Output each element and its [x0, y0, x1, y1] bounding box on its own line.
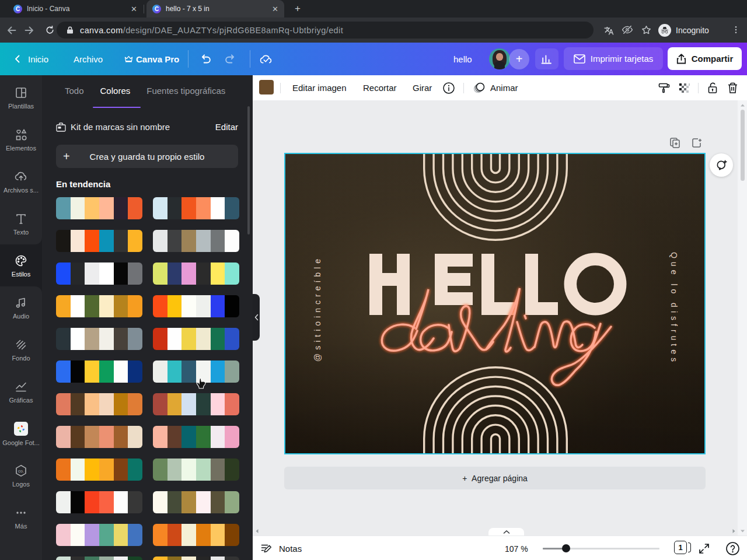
svg-text:Que lo disfrutes: Que lo disfrutes — [669, 252, 679, 365]
svg-text:@sitioincreíble: @sitioincreíble — [313, 256, 322, 362]
svg-text:co.: co. — [18, 468, 24, 473]
